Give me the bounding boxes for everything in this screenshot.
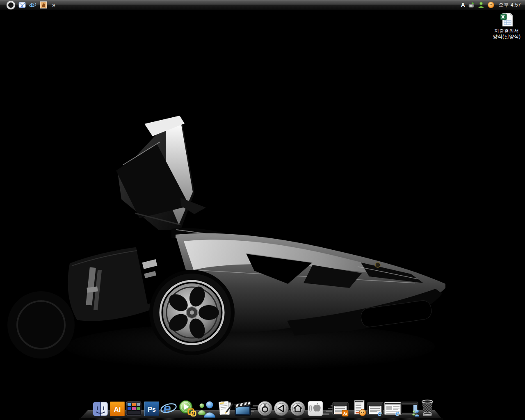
- dock-item-power-button[interactable]: [257, 401, 273, 418]
- window-thumbnail-msn: [400, 402, 419, 417]
- dock-window-ie-2[interactable]: e: [384, 402, 402, 418]
- dock-window-messenger-list[interactable]: [352, 400, 367, 418]
- tray-clock[interactable]: 오후 4:57: [497, 2, 521, 9]
- window-thumbnail-illustrator: Ai: [332, 402, 349, 417]
- finder-icon: [93, 401, 108, 417]
- removable-device-icon[interactable]: [468, 1, 475, 9]
- svg-text:e: e: [378, 409, 382, 417]
- dock-item-msn-messenger[interactable]: [197, 399, 217, 419]
- dock-item-internet-explorer[interactable]: e: [160, 400, 177, 418]
- wallpaper-car-image: [0, 0, 525, 420]
- excel-document-icon: [499, 12, 514, 28]
- window-thumbnail-messenger: [352, 400, 367, 417]
- internet-explorer-icon: e: [160, 400, 177, 417]
- orange-ball-tray-icon[interactable]: [487, 1, 495, 9]
- dock-window-msn-chat[interactable]: [400, 402, 419, 418]
- desktop-shortcut-excel[interactable]: 지출결의서 양식(신양식): [489, 12, 524, 39]
- desktop-screen[interactable]: e e » A: [0, 0, 525, 420]
- svg-text:e: e: [21, 4, 23, 8]
- dock-item-illustrator[interactable]: Ai: [110, 402, 125, 418]
- svg-text:Ps: Ps: [148, 406, 156, 413]
- movie-player-icon: [234, 400, 252, 417]
- messenger-status-icon[interactable]: [477, 1, 485, 9]
- svg-text:e: e: [31, 1, 34, 8]
- svg-text:Ai: Ai: [114, 406, 121, 413]
- window-thumbnail-ie2: e: [384, 402, 402, 417]
- apple-box-icon: [306, 400, 324, 417]
- app-stack-icon: [126, 400, 142, 417]
- svg-text:e: e: [395, 409, 399, 417]
- dock-item-apple-box[interactable]: [306, 400, 324, 419]
- media-player-office-icon: [178, 400, 197, 417]
- dock-item-media-player-office[interactable]: [178, 400, 197, 419]
- menu-bar: e e » A: [0, 0, 525, 10]
- power-button-icon: [257, 401, 273, 416]
- window-thumbnail-ie1: e: [367, 402, 384, 417]
- internet-explorer-icon[interactable]: e: [29, 1, 37, 9]
- dock-item-photoshop[interactable]: Ps: [144, 402, 159, 418]
- text-document-pen-icon: [217, 400, 234, 417]
- dock-item-trash[interactable]: [419, 399, 436, 420]
- dock-item-movie-player[interactable]: [234, 400, 252, 418]
- picture-viewer-icon[interactable]: [40, 1, 47, 9]
- illustrator-icon: Ai: [110, 402, 125, 416]
- dock-item-back-button[interactable]: [274, 401, 289, 418]
- msn-messenger-icon: [197, 399, 217, 418]
- dock-window-ie-1[interactable]: e: [367, 402, 384, 418]
- dock-item-finder[interactable]: [93, 401, 108, 418]
- svg-text:Ai: Ai: [343, 411, 347, 415]
- dock-item-home-button[interactable]: [290, 401, 306, 418]
- ime-language-indicator[interactable]: A: [461, 0, 465, 10]
- dock-ring-icon[interactable]: [7, 1, 15, 9]
- car-front-wheel: [149, 270, 235, 355]
- car-scissor-door: [116, 116, 194, 231]
- trash-icon: [419, 399, 436, 418]
- outlook-express-icon[interactable]: e: [18, 1, 26, 9]
- toolbar-overflow-chevron[interactable]: »: [50, 2, 55, 8]
- back-button-icon: [274, 401, 289, 416]
- car-badge: [375, 262, 380, 267]
- photoshop-icon: Ps: [144, 402, 159, 416]
- shortcut-label-line2: 양식(신양식): [489, 34, 524, 39]
- dock: Ai Ps: [0, 398, 525, 420]
- svg-text:e: e: [163, 400, 171, 416]
- dock-window-illustrator[interactable]: Ai: [332, 402, 349, 418]
- dock-item-text-document[interactable]: [217, 400, 234, 419]
- home-button-icon: [290, 401, 306, 416]
- shortcut-label-line1: 지출결의서: [489, 28, 524, 34]
- dock-item-app-stack[interactable]: [126, 400, 142, 418]
